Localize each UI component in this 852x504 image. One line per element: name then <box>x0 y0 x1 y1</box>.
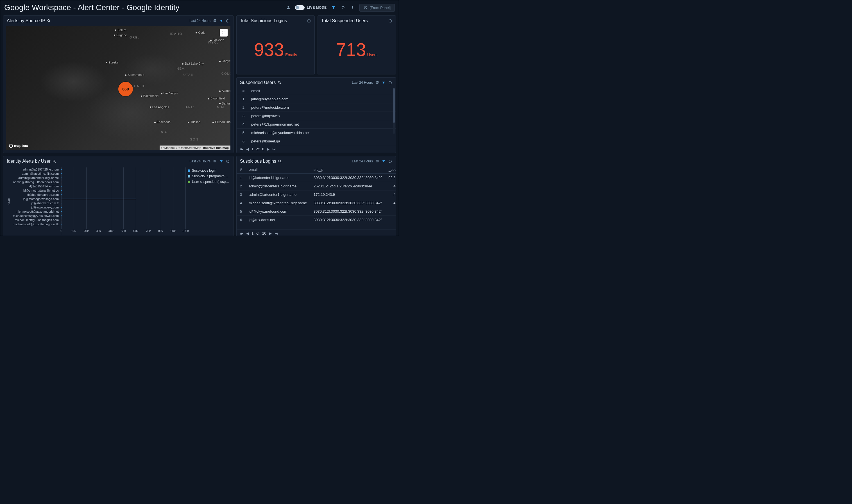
map-city-label: Tucson <box>188 120 200 124</box>
col-count[interactable]: _count <box>385 166 396 174</box>
map-city-label: Los Angeles <box>150 105 169 109</box>
page-first-icon[interactable]: ⏮ <box>240 147 243 151</box>
table-row[interactable]: 5jd@tokyo.mefound.com3030:312f:3030:322f… <box>236 207 396 216</box>
magnifier-icon[interactable] <box>277 80 282 85</box>
map-city-label: Alamosa <box>219 89 230 92</box>
map-state-label: WYO. <box>208 41 218 44</box>
page-prev-icon[interactable]: ◀ <box>246 232 249 235</box>
table-row[interactable]: 3peters@httpstw.tk <box>236 112 396 120</box>
page-last-icon[interactable]: ⏭ <box>274 232 278 235</box>
col-src-ip[interactable]: src_ip <box>310 166 385 174</box>
magnifier-icon[interactable] <box>278 159 282 163</box>
expand-icon[interactable] <box>220 29 228 37</box>
page-total: 10 <box>262 231 266 235</box>
legend-item[interactable]: Suspicious login <box>188 168 230 173</box>
chart-bar[interactable] <box>61 199 136 199</box>
map-city-label: Ensenada <box>154 120 171 124</box>
info-icon[interactable] <box>388 80 392 85</box>
map-city-label: Sacramento <box>125 73 144 76</box>
refresh-icon[interactable] <box>340 5 346 11</box>
funnel-icon[interactable] <box>219 159 224 163</box>
suspicious-logins-table: # email src_ip _count 1jd@lxrtcenter1.bi… <box>236 166 396 224</box>
metric-unit: Users <box>367 53 378 57</box>
magnifier-icon[interactable] <box>47 19 51 23</box>
info-icon[interactable] <box>226 19 230 23</box>
page-first-icon[interactable]: ⏮ <box>240 232 243 235</box>
info-icon[interactable] <box>307 19 311 23</box>
map-state-label: IDAHO <box>170 32 183 35</box>
page-of-label: of <box>256 231 259 235</box>
map-city-label: Salt Lake City <box>182 62 204 65</box>
paginator: ⏮ ◀ 1 of 10 ▶ ⏭ <box>236 229 396 236</box>
panel-title: Total Suspicious Logins <box>240 18 287 23</box>
metric-value: 713 <box>336 39 366 60</box>
time-range: Last 24 Hours <box>190 159 211 163</box>
from-panel-button[interactable]: [From Panel] <box>359 4 395 12</box>
map-state-label: NEV. <box>176 67 186 70</box>
chart-x-axis: 010k20k30k40k50k60k70k80k90k100k <box>61 229 185 235</box>
info-icon[interactable] <box>388 159 392 163</box>
scrollbar[interactable] <box>393 88 395 134</box>
legend-item[interactable]: Suspicious programm… <box>188 174 230 178</box>
copy-icon[interactable] <box>213 159 217 163</box>
table-row[interactable]: 5michaelscott@myunknown.ddns.net <box>236 129 396 137</box>
page-of-label: of <box>256 147 259 151</box>
table-row[interactable]: 2admin@lxrtcenter1.bigr.name2620:15c:2cd… <box>236 182 396 191</box>
page-current: 1 <box>251 231 253 235</box>
page-next-icon[interactable]: ▶ <box>269 232 272 235</box>
page-current: 1 <box>251 147 253 151</box>
page-last-icon[interactable]: ⏭ <box>272 147 276 151</box>
info-icon[interactable] <box>388 19 392 23</box>
svg-point-10 <box>278 81 280 83</box>
overflow-icon[interactable] <box>350 5 355 11</box>
page-title: Google Workspace - Alert Center - Google… <box>4 3 180 12</box>
table-row[interactable]: 4peters@13.jonemnominik.net <box>236 120 396 129</box>
panel-total-suspended-users: Total Suspended Users 713 Users <box>318 15 396 74</box>
map-city-label: Las Vegas <box>161 92 178 95</box>
col-idx[interactable]: # <box>236 87 248 95</box>
chart-plot-area[interactable]: 010k20k30k40k50k60k70k80k90k100k <box>61 167 185 235</box>
map-city-label: Cheyenne <box>219 59 230 62</box>
svg-point-18 <box>279 160 281 162</box>
user-icon[interactable] <box>285 5 291 11</box>
map-state-label: B.C. <box>161 130 169 133</box>
map-city-label: Eugene <box>114 33 127 37</box>
magnifier-icon[interactable] <box>52 159 56 163</box>
map-state-label: SON. <box>190 138 200 141</box>
col-email[interactable]: email <box>248 87 396 95</box>
table-row[interactable]: 1jane@buyseoplan.com <box>236 95 396 103</box>
table-row[interactable]: 4michaelscott@lxrtcenter1.bigr.name3030:… <box>236 199 396 207</box>
col-email[interactable]: email <box>245 166 310 174</box>
table-row[interactable]: 6jd@trix.ddns.net3030:312f:3030:322f:303… <box>236 216 396 224</box>
copy-icon[interactable] <box>213 19 217 23</box>
info-icon[interactable] <box>226 159 230 163</box>
table-row[interactable]: 6peters@loueet.ga <box>236 137 396 145</box>
map-city-label: Bakersfield <box>141 94 159 97</box>
chart-legend: Suspicious loginSuspicious programm…User… <box>188 167 230 235</box>
time-range: Last 24 Hours <box>352 159 373 163</box>
live-mode-toggle[interactable] <box>295 5 305 10</box>
improve-map-link[interactable]: Improve this map <box>203 146 229 149</box>
funnel-icon[interactable] <box>381 80 386 85</box>
funnel-icon[interactable] <box>219 19 224 23</box>
table-row[interactable]: 3admin@lxrtcenter1.bigr.name172.19.243.9… <box>236 191 396 199</box>
legend-item[interactable]: User suspended (susp… <box>188 180 230 184</box>
map-canvas[interactable]: SalemEugeneCodyIDAHOJacksonORE.WYO.Eurek… <box>6 26 230 150</box>
panel-total-suspicious-logins: Total Suspicious Logins 933 Emails <box>236 15 315 74</box>
paginator: ⏮ ◀ 1 of 8 ▶ ⏭ <box>236 145 396 153</box>
map-state-label: ARIZ. <box>185 105 196 109</box>
svg-point-4 <box>48 19 50 21</box>
svg-point-14 <box>53 160 55 162</box>
copy-icon[interactable] <box>375 80 379 85</box>
copy-icon[interactable] <box>375 159 379 163</box>
metric-unit: Emails <box>285 53 297 57</box>
table-row[interactable]: 1jd@lxrtcenter1.bigr.name3030:312f:3030:… <box>236 174 396 182</box>
page-next-icon[interactable]: ▶ <box>267 147 269 151</box>
map-cluster-marker[interactable]: 660 <box>118 82 133 96</box>
page-prev-icon[interactable]: ◀ <box>246 147 249 151</box>
suspended-users-table: # email 1jane@buyseoplan.com2peters@mute… <box>236 87 396 145</box>
col-idx[interactable]: # <box>236 166 245 174</box>
funnel-icon[interactable] <box>381 159 386 163</box>
table-row[interactable]: 2peters@mutecider.com <box>236 103 396 112</box>
funnel-icon[interactable] <box>331 5 336 11</box>
